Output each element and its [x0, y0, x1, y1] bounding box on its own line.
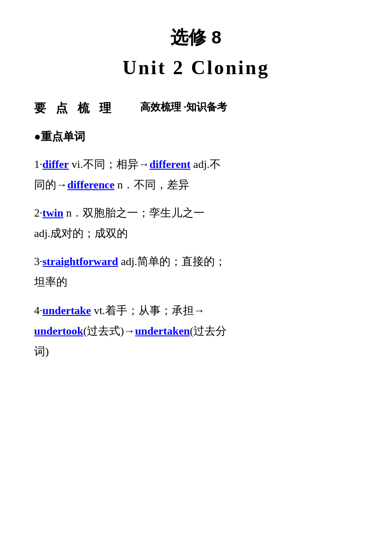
vocab-word-different[interactable]: different: [150, 158, 190, 171]
vocab-item-3: 3·straightforward adj.简单的；直接的； 坦率的: [34, 251, 358, 292]
vocab-num-2: 2: [34, 207, 40, 219]
section-header-left: 要 点 梳 理: [34, 100, 115, 116]
vocab-section-title: ●重点单词: [34, 129, 358, 144]
vocab-word-straightforward[interactable]: straightforward: [43, 255, 118, 268]
page-title-cn: 选修 8: [34, 26, 358, 49]
vocab-word-differ[interactable]: differ: [43, 158, 69, 171]
vocab-word-twin[interactable]: twin: [43, 207, 63, 219]
section-header: 要 点 梳 理 高效梳理 ·知识备考: [34, 100, 358, 116]
vocab-item-1: 1·differ vi.不同；相异→different adj.不 同的→dif…: [34, 154, 358, 195]
vocab-word-undertaken[interactable]: undertaken: [135, 325, 190, 337]
vocab-item-2: 2·twin n．双胞胎之一；孪生儿之一 adj.成对的；成双的: [34, 203, 358, 244]
vocab-word-difference[interactable]: difference: [67, 179, 115, 191]
vocab-word-undertook[interactable]: undertook: [34, 325, 84, 337]
section-header-right: 高效梳理 ·知识备考: [140, 100, 227, 114]
vocab-num-4: 4: [34, 304, 40, 317]
vocab-word-undertake[interactable]: undertake: [43, 304, 91, 317]
page-title-en: Unit 2 Cloning: [34, 56, 358, 79]
vocab-num-1: 1: [34, 158, 40, 171]
vocab-item-4: 4·undertake vt.着手；从事；承担→ undertook(过去式)→…: [34, 301, 358, 362]
vocab-section-label: ●重点单词: [34, 129, 85, 144]
vocab-num-3: 3: [34, 255, 40, 268]
